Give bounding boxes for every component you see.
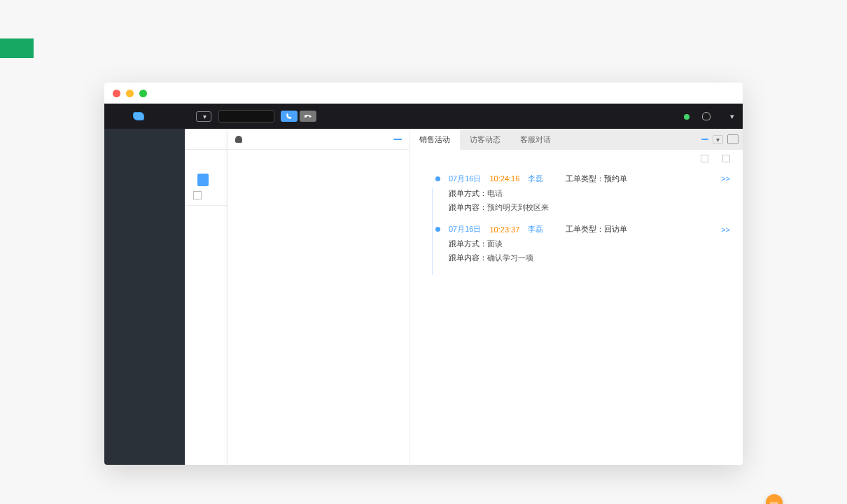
accent-block bbox=[0, 38, 34, 58]
edit-button[interactable] bbox=[393, 139, 402, 140]
status-dot-icon bbox=[684, 114, 690, 120]
detail-body bbox=[228, 150, 409, 164]
hangup-button[interactable] bbox=[300, 111, 316, 122]
minimize-icon[interactable] bbox=[126, 90, 134, 97]
activity-tabs: 销售活动访客动态客服对话 ▾ bbox=[410, 129, 743, 150]
close-icon[interactable] bbox=[113, 90, 120, 97]
entry-type: 工单类型：回访单 bbox=[566, 224, 627, 234]
bullet-icon bbox=[435, 227, 440, 232]
tabs-right: ▾ bbox=[701, 129, 738, 150]
nav-right: ▾ bbox=[684, 112, 734, 121]
chevron-down-icon[interactable]: ▾ bbox=[730, 112, 734, 121]
chevron-down-icon: ▾ bbox=[203, 113, 206, 120]
timeline-entry[interactable]: 07月16日10:24:16李磊工单类型：预约单>>跟单方式：电话跟单内容：预约… bbox=[442, 174, 730, 215]
entry-body: 跟单方式：面谈跟单内容：确认学习一项 bbox=[449, 237, 730, 265]
customer-detail-panel bbox=[227, 129, 410, 465]
app-window: ▾ ▾ bbox=[104, 83, 743, 465]
entry-body: 跟单方式：电话跟单内容：预约明天到校区来 bbox=[449, 187, 730, 215]
slide-header bbox=[0, 0, 847, 69]
window-titlebar bbox=[104, 83, 743, 104]
main: 销售活动访客动态客服对话 ▾ 07月16日10:24:16李磊工单类型：预约单>… bbox=[104, 129, 743, 465]
view-call-checkbox[interactable] bbox=[722, 154, 733, 162]
more-button[interactable]: ▾ bbox=[713, 135, 723, 144]
timeline: 07月16日10:24:16李磊工单类型：预约单>>跟单方式：电话跟单内容：预约… bbox=[410, 167, 743, 282]
maximize-icon[interactable] bbox=[139, 90, 147, 97]
entry-time: 10:24:16 bbox=[489, 174, 519, 183]
activity-tab-1[interactable]: 访客动态 bbox=[460, 129, 510, 150]
activity-panel: 销售活动访客动态客服对话 ▾ 07月16日10:24:16李磊工单类型：预约单>… bbox=[410, 129, 743, 465]
person-icon bbox=[235, 136, 242, 143]
entry-date: 07月16日 bbox=[449, 224, 481, 234]
entry-user: 李磊 bbox=[528, 224, 543, 234]
activity-tab-0[interactable]: 销售活动 bbox=[410, 129, 460, 150]
brand-logo-icon bbox=[133, 112, 144, 120]
activity-tab-2[interactable]: 客服对话 bbox=[510, 129, 561, 150]
bullet-icon bbox=[435, 176, 440, 181]
activity-options bbox=[410, 150, 743, 167]
timeline-line bbox=[432, 188, 433, 275]
status-indicator[interactable] bbox=[684, 112, 692, 120]
brand[interactable] bbox=[104, 112, 185, 120]
entry-date: 07月16日 bbox=[449, 174, 481, 184]
checkbox-all[interactable] bbox=[193, 191, 202, 200]
expand-icon[interactable] bbox=[727, 134, 738, 144]
detail-header bbox=[228, 129, 409, 150]
search-input[interactable] bbox=[218, 110, 274, 122]
view-ticket-checkbox[interactable] bbox=[701, 154, 711, 162]
call-buttons bbox=[279, 111, 316, 122]
floating-action-button[interactable]: — bbox=[766, 494, 783, 504]
entry-user: 李磊 bbox=[528, 174, 543, 184]
timeline-entry[interactable]: 07月16日10:23:37李磊工单类型：回访单>>跟单方式：面谈跟单内容：确认… bbox=[442, 224, 730, 265]
bell-icon[interactable] bbox=[702, 112, 710, 120]
batch-release-button[interactable] bbox=[197, 174, 209, 186]
entry-time: 10:23:37 bbox=[489, 225, 519, 234]
entry-type: 工单类型：预约单 bbox=[566, 174, 627, 184]
top-nav: ▾ ▾ bbox=[104, 104, 743, 129]
sidebar bbox=[104, 129, 185, 465]
entry-more-link[interactable]: >> bbox=[721, 174, 730, 183]
record-opportunity-button[interactable]: ▾ bbox=[196, 111, 211, 122]
entry-more-link[interactable]: >> bbox=[721, 225, 730, 234]
call-button[interactable] bbox=[281, 111, 298, 122]
follow-button[interactable] bbox=[701, 139, 708, 140]
